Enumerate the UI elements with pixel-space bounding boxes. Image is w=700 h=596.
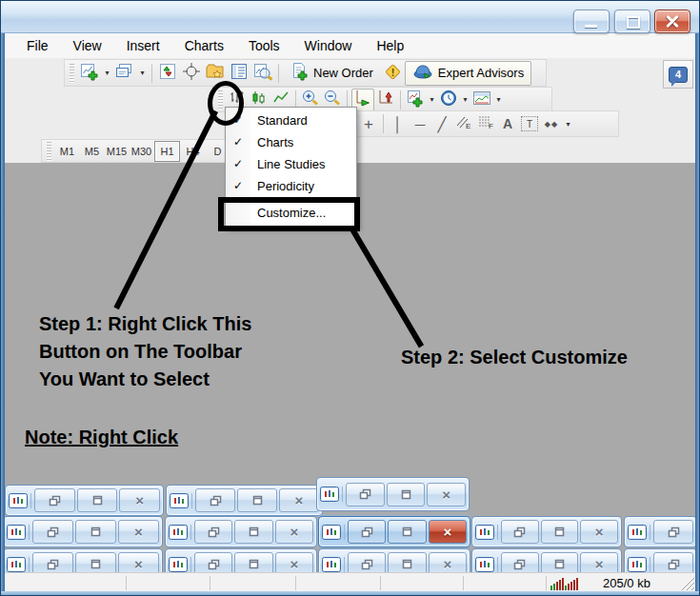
check-icon: ✓	[233, 153, 243, 175]
restore-button[interactable]	[195, 488, 235, 512]
menu-charts[interactable]: Charts	[172, 34, 236, 57]
text-label-icon: T	[521, 116, 538, 131]
maximize-icon	[90, 559, 101, 569]
arrows-button[interactable]: ◆◆	[541, 113, 562, 134]
minimized-chart-window[interactable]: ×	[5, 485, 164, 516]
periodicity-toolbar-grip[interactable]	[47, 142, 51, 161]
expert-advisors-button[interactable]: Expert Advisors	[405, 61, 531, 86]
new-chart-button[interactable]	[78, 62, 101, 85]
restore-button[interactable]	[194, 520, 232, 544]
minimize-button[interactable]	[573, 10, 610, 33]
menu-item-label: Line Studies	[257, 157, 326, 171]
minimized-chart-window[interactable]: ×	[316, 477, 470, 511]
horizontal-line-button[interactable]: ─	[410, 113, 430, 134]
chart-shift-button[interactable]	[375, 89, 396, 110]
minimized-chart-window[interactable]	[624, 516, 697, 547]
chart-window-icon	[320, 487, 339, 502]
templates-dropdown[interactable]: ▾	[493, 89, 504, 110]
text-icon: A	[503, 117, 512, 130]
close-button[interactable]: ×	[118, 520, 159, 544]
text-label-button[interactable]: T	[519, 113, 540, 134]
menu-item-charts[interactable]: ✓Charts	[226, 131, 356, 153]
close-button[interactable]	[654, 10, 690, 33]
minimized-chart-window[interactable]: ×	[165, 516, 317, 547]
period-h1-button[interactable]: H1	[154, 141, 180, 162]
maximize-button[interactable]	[77, 488, 118, 512]
profiles-button[interactable]	[113, 62, 136, 85]
profiles-dropdown[interactable]: ▾	[137, 63, 148, 84]
data-window-button[interactable]	[180, 62, 203, 85]
periods-dropdown[interactable]: ▾	[460, 89, 470, 110]
trendline-button[interactable]: ╱	[431, 113, 452, 134]
close-icon: ×	[295, 493, 304, 507]
period-m5-button[interactable]: M5	[80, 142, 104, 161]
strategy-tester-button[interactable]	[251, 62, 274, 85]
close-button[interactable]: ×	[279, 488, 319, 512]
community-badge-count: 4	[675, 69, 681, 80]
maximize-icon	[554, 559, 565, 569]
statusbar-separator	[210, 576, 210, 590]
menu-help[interactable]: Help	[364, 34, 416, 57]
maximize-button[interactable]	[237, 488, 277, 512]
close-button[interactable]: ×	[119, 488, 160, 512]
maximize-button[interactable]	[388, 520, 426, 544]
menu-window[interactable]: Window	[292, 34, 365, 57]
minimized-chart-window-active[interactable]: ×	[318, 516, 470, 547]
new-order-button[interactable]: New Order	[283, 62, 380, 85]
trendline-icon: ╱	[437, 117, 446, 131]
community-button[interactable]: 4	[663, 60, 693, 89]
terminal-button[interactable]	[228, 62, 250, 85]
close-button[interactable]: ×	[427, 483, 466, 507]
new-chart-dropdown[interactable]: ▾	[102, 63, 112, 84]
warning-button[interactable]: !	[381, 62, 404, 85]
close-button[interactable]: ×	[429, 520, 467, 544]
restore-icon	[359, 488, 371, 500]
strategy-tester-icon	[252, 62, 273, 85]
vertical-line-icon: │	[393, 117, 402, 131]
indicators-button[interactable]	[405, 89, 426, 110]
text-button[interactable]: A	[497, 113, 518, 134]
menu-view[interactable]: View	[61, 34, 114, 57]
menu-item-line-studies[interactable]: ✓Line Studies	[226, 153, 356, 175]
vertical-line-button[interactable]: │	[388, 113, 409, 134]
restore-button[interactable]	[501, 520, 539, 544]
menu-item-periodicity[interactable]: ✓Periodicity	[226, 175, 356, 197]
period-m1-button[interactable]: M1	[55, 142, 79, 161]
templates-button[interactable]	[471, 89, 492, 110]
restore-button[interactable]	[346, 483, 385, 507]
menu-item-standard[interactable]: ✓Standard	[226, 109, 356, 131]
restore-button[interactable]	[653, 520, 693, 544]
warning-icon: !	[382, 61, 403, 86]
menu-file[interactable]: File	[14, 34, 61, 57]
period-m15-button[interactable]: M15	[105, 142, 129, 161]
annotation-step1-line3: You Want to Select	[39, 366, 251, 393]
restore-icon	[513, 559, 526, 570]
fibonacci-button[interactable]: F	[475, 113, 496, 134]
restore-button[interactable]	[32, 520, 73, 544]
crosshair-button[interactable]: +	[358, 113, 379, 134]
market-watch-button[interactable]	[156, 62, 179, 85]
menu-tools[interactable]: Tools	[236, 34, 292, 57]
close-button[interactable]: ×	[275, 520, 313, 544]
close-button[interactable]: ×	[580, 520, 618, 544]
menu-insert[interactable]: Insert	[114, 34, 172, 57]
maximize-button[interactable]	[234, 520, 272, 544]
maximize-button[interactable]	[75, 520, 116, 544]
restore-button[interactable]	[34, 488, 75, 512]
period-m30-button[interactable]: M30	[130, 142, 153, 161]
periods-button[interactable]	[438, 89, 459, 110]
chart-window-icon	[7, 557, 26, 572]
indicators-dropdown[interactable]: ▾	[427, 89, 437, 110]
minimized-chart-window[interactable]: ×	[471, 516, 622, 547]
minimized-chart-window[interactable]: ×	[3, 516, 163, 547]
maximize-button[interactable]	[541, 520, 579, 544]
minimized-chart-window[interactable]: ×	[166, 485, 323, 516]
maximize-button[interactable]	[614, 10, 650, 33]
equidistant-channel-button[interactable]: E	[453, 113, 474, 134]
toolbar-grip[interactable]	[70, 64, 74, 83]
toolbar-separator	[151, 64, 152, 83]
arrows-dropdown[interactable]: ▾	[563, 113, 573, 134]
maximize-button[interactable]	[387, 483, 426, 507]
new-order-icon	[290, 62, 309, 84]
restore-button[interactable]	[348, 520, 386, 544]
